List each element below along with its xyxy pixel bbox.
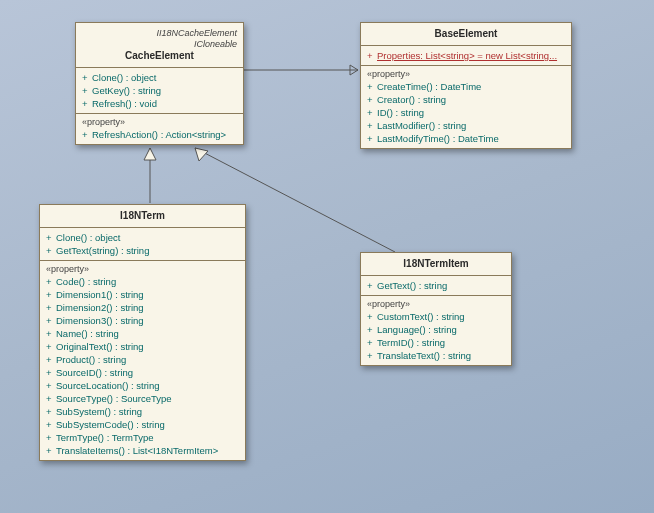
property: +RefreshAction() : Action<string> <box>82 128 237 141</box>
class-title: BaseElement <box>361 23 571 45</box>
property: +Name() : string <box>46 327 239 340</box>
property: +SubSystemCode() : string <box>46 418 239 431</box>
class-cache-element[interactable]: II18NCacheElement ICloneable CacheElemen… <box>75 22 244 145</box>
property: +Product() : string <box>46 353 239 366</box>
arrowhead-tri-2 <box>195 148 208 161</box>
operations-section: +Clone() : object +GetKey() : string +Re… <box>76 67 243 113</box>
stereotype: II18NCacheElement <box>82 28 237 39</box>
class-base-element[interactable]: BaseElement +Properties: List<string> = … <box>360 22 572 149</box>
property: +TranslateText() : string <box>367 349 505 362</box>
property-stereotype: «property» <box>46 264 239 275</box>
operation: +GetText(string) : string <box>46 244 239 257</box>
property: +Dimension2() : string <box>46 301 239 314</box>
property: +SourceType() : SourceType <box>46 392 239 405</box>
property: +TermID() : string <box>367 336 505 349</box>
class-i18ntermitem[interactable]: I18NTermItem +GetText() : string «proper… <box>360 252 512 366</box>
property: +Creator() : string <box>367 93 565 106</box>
arrowhead-open <box>350 65 358 75</box>
operation: +Clone() : object <box>82 71 237 84</box>
property-stereotype: «property» <box>367 299 505 310</box>
property: +Language() : string <box>367 323 505 336</box>
property: +Code() : string <box>46 275 239 288</box>
property: +Dimension1() : string <box>46 288 239 301</box>
property: +ID() : string <box>367 106 565 119</box>
class-i18nterm[interactable]: I18NTerm +Clone() : object +GetText(stri… <box>39 204 246 461</box>
class-title: I18NTermItem <box>361 253 511 275</box>
properties-section: «property» +RefreshAction() : Action<str… <box>76 113 243 144</box>
property: +OriginalText() : string <box>46 340 239 353</box>
class-title: II18NCacheElement ICloneable CacheElemen… <box>76 23 243 67</box>
class-name: I18NTermItem <box>403 258 468 269</box>
attribute: +Properties: List<string> = new List<str… <box>367 49 565 62</box>
class-name: BaseElement <box>435 28 498 39</box>
property: +Dimension3() : string <box>46 314 239 327</box>
property-stereotype: «property» <box>82 117 237 128</box>
operations-section: +GetText() : string <box>361 275 511 295</box>
operation: +GetText() : string <box>367 279 505 292</box>
operations-section: +Clone() : object +GetText(string) : str… <box>40 227 245 260</box>
property: +CustomText() : string <box>367 310 505 323</box>
property: +TermType() : TermType <box>46 431 239 444</box>
operation: +Refresh() : void <box>82 97 237 110</box>
property-stereotype: «property» <box>367 69 565 80</box>
property: +SourceLocation() : string <box>46 379 239 392</box>
property: +SourceID() : string <box>46 366 239 379</box>
properties-section: «property» +Code() : string +Dimension1(… <box>40 260 245 460</box>
property: +LastModifyTime() : DateTime <box>367 132 565 145</box>
property: +LastModifier() : string <box>367 119 565 132</box>
property: +TranslateItems() : List<I18NTermItem> <box>46 444 239 457</box>
property: +CreateTime() : DateTime <box>367 80 565 93</box>
operation: +Clone() : object <box>46 231 239 244</box>
class-name: I18NTerm <box>120 210 165 221</box>
stereotype: ICloneable <box>82 39 237 50</box>
diagram-canvas: II18NCacheElement ICloneable CacheElemen… <box>0 0 654 513</box>
class-title: I18NTerm <box>40 205 245 227</box>
class-name: CacheElement <box>125 50 194 61</box>
attributes-section: +Properties: List<string> = new List<str… <box>361 45 571 65</box>
operation: +GetKey() : string <box>82 84 237 97</box>
properties-section: «property» +CreateTime() : DateTime +Cre… <box>361 65 571 148</box>
arrowhead-tri-1 <box>144 148 156 160</box>
property: +SubSystem() : string <box>46 405 239 418</box>
properties-section: «property» +CustomText() : string +Langu… <box>361 295 511 365</box>
